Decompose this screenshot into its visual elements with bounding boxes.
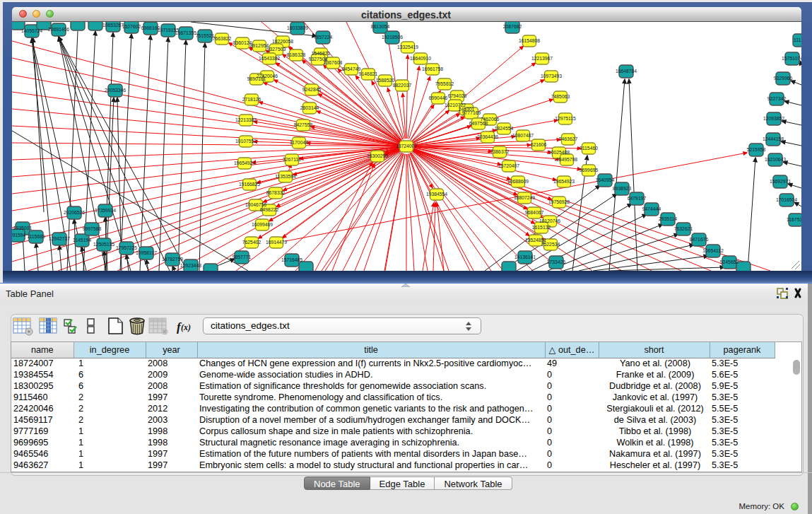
svg-text:8912954: 8912954 [250, 43, 269, 48]
svg-text:19654923: 19654923 [553, 179, 575, 184]
svg-text:7857224: 7857224 [314, 35, 333, 40]
svg-text:6497568: 6497568 [469, 121, 488, 126]
svg-text:7955812: 7955812 [435, 81, 454, 86]
svg-text:19654924: 19654924 [234, 160, 255, 165]
svg-text:16648784: 16648784 [616, 69, 637, 74]
svg-text:9242845: 9242845 [302, 87, 322, 92]
svg-text:16782759: 16782759 [162, 257, 183, 262]
svg-text:7632621: 7632621 [674, 226, 693, 231]
svg-text:1145194: 1145194 [73, 238, 91, 243]
svg-text:18300295: 18300295 [367, 153, 388, 158]
svg-text:18640910: 18640910 [410, 56, 431, 61]
svg-text:7515521: 7515521 [196, 33, 215, 38]
svg-text:19218506: 19218506 [382, 35, 403, 40]
svg-text:9327503: 9327503 [267, 47, 286, 52]
svg-text:9857771: 9857771 [233, 255, 252, 259]
svg-text:19166825: 19166825 [239, 182, 260, 187]
svg-text:6479197: 6479197 [628, 196, 647, 201]
svg-text:1733426: 1733426 [547, 259, 566, 264]
svg-text:16154808: 16154808 [519, 38, 540, 43]
svg-text:391594: 391594 [12, 233, 26, 238]
svg-text:17016504: 17016504 [776, 197, 797, 202]
svg-text:15716485: 15716485 [281, 257, 302, 262]
svg-text:20206526: 20206526 [64, 210, 85, 215]
svg-text:18495798: 18495798 [556, 157, 577, 162]
svg-text:16210643: 16210643 [765, 157, 786, 162]
svg-text:1115689: 1115689 [27, 234, 45, 239]
svg-text:10653267: 10653267 [102, 23, 124, 28]
svg-text:16914479: 16914479 [266, 240, 287, 245]
svg-text:10025488: 10025488 [548, 150, 570, 155]
svg-text:1170044: 1170044 [290, 140, 308, 145]
svg-text:12093852: 12093852 [763, 116, 784, 121]
svg-text:9115460: 9115460 [579, 146, 598, 151]
svg-text:12444158: 12444158 [763, 136, 784, 141]
svg-text:9699695: 9699695 [579, 168, 599, 173]
svg-text:7625402: 7625402 [242, 240, 261, 245]
svg-text:11353594: 11353594 [275, 174, 296, 179]
svg-text:8186328: 8186328 [287, 52, 306, 57]
svg-text:12975115: 12975115 [555, 116, 576, 121]
svg-text:19756928: 19756928 [548, 199, 570, 204]
svg-text:2087682: 2087682 [503, 24, 522, 29]
svg-text:1527602: 1527602 [122, 24, 141, 29]
svg-text:20053346: 20053346 [105, 88, 126, 93]
svg-text:1824554: 1824554 [495, 126, 514, 131]
svg-text:18724007: 18724007 [396, 144, 417, 148]
svg-text:18807249: 18807249 [514, 195, 535, 200]
svg-text:8360124: 8360124 [233, 40, 252, 45]
svg-text:10046756: 10046756 [245, 202, 266, 207]
svg-text:5215958: 5215958 [747, 147, 766, 152]
svg-text:12213967: 12213967 [531, 56, 553, 61]
svg-text:10973493: 10973493 [541, 74, 562, 78]
svg-text:7663822: 7663822 [213, 36, 232, 41]
svg-text:9777169: 9777169 [462, 110, 481, 115]
svg-text:8822037: 8822037 [393, 83, 412, 88]
svg-text:1588520: 1588520 [376, 78, 395, 83]
svg-text:18226058: 18226058 [272, 39, 293, 44]
svg-text:13325419: 13325419 [397, 45, 418, 49]
svg-text:20364436: 20364436 [477, 134, 498, 139]
svg-text:16961758: 16961758 [422, 66, 443, 71]
svg-text:2522534: 2522534 [541, 242, 560, 247]
svg-text:8938923: 8938923 [613, 186, 632, 191]
svg-text:6498222: 6498222 [260, 207, 279, 212]
svg-text:17957225: 17957225 [116, 245, 137, 250]
svg-text:9997588: 9997588 [83, 226, 102, 231]
svg-text:9227342: 9227342 [767, 96, 787, 101]
svg-text:9245652: 9245652 [720, 259, 739, 264]
svg-text:10107552: 10107552 [235, 139, 257, 144]
svg-text:12942737: 12942737 [49, 236, 70, 241]
svg-text:1546821: 1546821 [312, 51, 331, 56]
svg-text:7386372: 7386372 [490, 149, 510, 154]
svg-text:16543382: 16543382 [259, 56, 280, 61]
svg-text:2935114: 2935114 [659, 216, 677, 221]
svg-text:621606: 621606 [531, 142, 547, 147]
svg-text:1167533: 1167533 [787, 217, 801, 222]
svg-text:17359934: 17359934 [95, 208, 116, 213]
svg-text:2367608: 2367608 [324, 60, 343, 65]
svg-text:20691406: 20691406 [48, 27, 69, 32]
svg-text:2718126: 2718126 [242, 97, 261, 102]
svg-text:7485063: 7485063 [551, 94, 570, 99]
svg-text:10654112: 10654112 [702, 248, 724, 253]
svg-text:10958107: 10958107 [136, 250, 157, 255]
svg-text:12213382: 12213382 [235, 117, 257, 122]
svg-text:8454749: 8454749 [342, 66, 361, 71]
svg-text:1615132: 1615132 [532, 225, 551, 230]
svg-text:9890161: 9890161 [247, 76, 266, 81]
svg-text:10688609: 10688609 [507, 179, 529, 184]
svg-text:9463627: 9463627 [559, 136, 578, 141]
svg-text:12923448: 12923448 [180, 263, 201, 268]
svg-text:15692971: 15692971 [770, 179, 791, 184]
svg-text:16671355: 16671355 [175, 30, 196, 35]
svg-text:8427552: 8427552 [294, 122, 313, 127]
svg-text:14055724: 14055724 [21, 28, 42, 33]
svg-text:9684067: 9684067 [525, 210, 544, 215]
svg-text:19384554: 19384554 [426, 192, 447, 197]
svg-text:12505135: 12505135 [93, 242, 114, 247]
svg-text:16033809: 16033809 [287, 25, 308, 30]
svg-text:9474444: 9474444 [642, 206, 661, 211]
svg-text:10807487: 10807487 [512, 133, 534, 138]
svg-text:16099469: 16099469 [252, 222, 273, 227]
